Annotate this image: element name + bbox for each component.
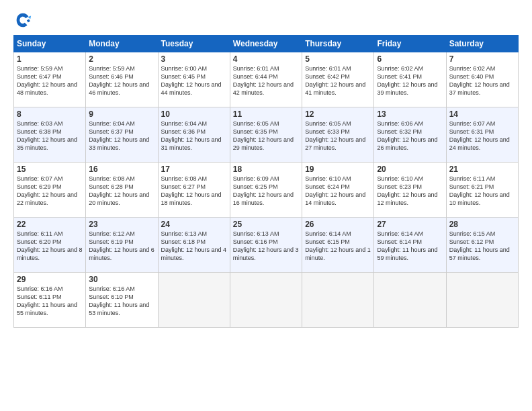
day-info: Sunrise: 6:16 AMSunset: 6:11 PMDaylight:… [17,285,83,318]
day-cell: 12Sunrise: 6:05 AMSunset: 6:33 PMDayligh… [302,107,374,163]
day-cell [446,273,518,328]
day-cell: 8Sunrise: 6:03 AMSunset: 6:38 PMDaylight… [14,107,86,163]
day-number: 22 [17,220,83,229]
day-cell: 14Sunrise: 6:07 AMSunset: 6:31 PMDayligh… [446,107,518,163]
day-number: 24 [161,220,227,229]
day-number: 10 [161,109,227,119]
day-cell: 10Sunrise: 6:04 AMSunset: 6:36 PMDayligh… [158,107,230,163]
day-cell: 2Sunrise: 5:59 AMSunset: 6:46 PMDaylight… [86,52,158,107]
day-number: 13 [377,109,443,119]
week-row-2: 8Sunrise: 6:03 AMSunset: 6:38 PMDaylight… [14,107,519,163]
day-cell: 15Sunrise: 6:07 AMSunset: 6:29 PMDayligh… [14,163,86,218]
day-number: 21 [449,165,515,174]
day-cell: 4Sunrise: 6:01 AMSunset: 6:44 PMDaylight… [230,52,302,107]
day-cell: 5Sunrise: 6:01 AMSunset: 6:42 PMDaylight… [302,52,374,107]
week-row-3: 15Sunrise: 6:07 AMSunset: 6:29 PMDayligh… [14,163,519,218]
day-number: 18 [233,165,299,174]
day-cell: 7Sunrise: 6:02 AMSunset: 6:40 PMDaylight… [446,52,518,107]
day-info: Sunrise: 6:04 AMSunset: 6:37 PMDaylight:… [89,120,154,152]
day-info: Sunrise: 6:15 AMSunset: 6:12 PMDaylight:… [449,230,515,263]
day-info: Sunrise: 6:07 AMSunset: 6:31 PMDaylight:… [449,120,515,152]
day-cell: 21Sunrise: 6:11 AMSunset: 6:21 PMDayligh… [446,163,518,218]
day-number: 11 [233,109,299,119]
day-info: Sunrise: 6:08 AMSunset: 6:27 PMDaylight:… [161,175,227,208]
day-info: Sunrise: 6:01 AMSunset: 6:44 PMDaylight:… [233,64,299,97]
day-cell: 9Sunrise: 6:04 AMSunset: 6:37 PMDaylight… [86,107,158,163]
day-number: 12 [305,109,371,119]
day-info: Sunrise: 6:13 AMSunset: 6:18 PMDaylight:… [161,230,227,263]
day-number: 7 [449,54,515,64]
day-cell: 11Sunrise: 6:05 AMSunset: 6:35 PMDayligh… [230,107,302,163]
day-number: 17 [161,165,227,174]
day-number: 3 [161,54,227,64]
day-info: Sunrise: 6:16 AMSunset: 6:10 PMDaylight:… [89,285,154,318]
day-cell: 20Sunrise: 6:10 AMSunset: 6:23 PMDayligh… [374,163,446,218]
day-cell: 22Sunrise: 6:11 AMSunset: 6:20 PMDayligh… [14,218,86,273]
logo-icon [13,11,32,30]
day-number: 28 [449,220,515,229]
day-number: 4 [233,54,299,64]
day-cell: 3Sunrise: 6:00 AMSunset: 6:45 PMDaylight… [158,52,230,107]
day-number: 1 [17,54,83,64]
day-cell: 24Sunrise: 6:13 AMSunset: 6:18 PMDayligh… [158,218,230,273]
day-info: Sunrise: 6:08 AMSunset: 6:28 PMDaylight:… [89,175,154,208]
day-info: Sunrise: 6:04 AMSunset: 6:36 PMDaylight:… [161,120,227,152]
header-wednesday: Wednesday [230,36,302,52]
header-saturday: Saturday [446,36,518,52]
day-info: Sunrise: 6:05 AMSunset: 6:33 PMDaylight:… [305,120,371,152]
page: SundayMondayTuesdayWednesdayThursdayFrid… [0,0,532,411]
day-number: 16 [89,165,154,174]
day-info: Sunrise: 6:10 AMSunset: 6:23 PMDaylight:… [377,175,443,208]
day-number: 25 [233,220,299,229]
day-info: Sunrise: 6:13 AMSunset: 6:16 PMDaylight:… [233,230,299,263]
day-number: 30 [89,275,154,284]
day-info: Sunrise: 6:14 AMSunset: 6:15 PMDaylight:… [305,230,371,263]
day-number: 27 [377,220,443,229]
day-info: Sunrise: 6:09 AMSunset: 6:25 PMDaylight:… [233,175,299,208]
day-info: Sunrise: 5:59 AMSunset: 6:46 PMDaylight:… [89,64,154,97]
day-number: 9 [89,109,154,119]
day-number: 15 [17,165,83,174]
day-info: Sunrise: 6:07 AMSunset: 6:29 PMDaylight:… [17,175,83,208]
header-thursday: Thursday [302,36,374,52]
day-cell: 13Sunrise: 6:06 AMSunset: 6:32 PMDayligh… [374,107,446,163]
day-cell: 19Sunrise: 6:10 AMSunset: 6:24 PMDayligh… [302,163,374,218]
week-row-1: 1Sunrise: 5:59 AMSunset: 6:47 PMDaylight… [14,52,519,107]
day-cell: 18Sunrise: 6:09 AMSunset: 6:25 PMDayligh… [230,163,302,218]
header-row: SundayMondayTuesdayWednesdayThursdayFrid… [14,36,519,52]
day-number: 23 [89,220,154,229]
day-cell [374,273,446,328]
day-info: Sunrise: 6:11 AMSunset: 6:21 PMDaylight:… [449,175,515,208]
day-info: Sunrise: 6:02 AMSunset: 6:41 PMDaylight:… [377,64,443,97]
day-cell: 29Sunrise: 6:16 AMSunset: 6:11 PMDayligh… [14,273,86,328]
day-cell: 25Sunrise: 6:13 AMSunset: 6:16 PMDayligh… [230,218,302,273]
day-cell: 6Sunrise: 6:02 AMSunset: 6:41 PMDaylight… [374,52,446,107]
day-cell: 27Sunrise: 6:14 AMSunset: 6:14 PMDayligh… [374,218,446,273]
calendar: SundayMondayTuesdayWednesdayThursdayFrid… [13,35,519,328]
day-number: 14 [449,109,515,119]
header [13,11,519,30]
day-number: 19 [305,165,371,174]
day-info: Sunrise: 6:14 AMSunset: 6:14 PMDaylight:… [377,230,443,263]
day-info: Sunrise: 6:06 AMSunset: 6:32 PMDaylight:… [377,120,443,152]
day-cell: 23Sunrise: 6:12 AMSunset: 6:19 PMDayligh… [86,218,158,273]
logo [13,11,34,30]
day-info: Sunrise: 5:59 AMSunset: 6:47 PMDaylight:… [17,64,83,97]
day-number: 29 [17,275,83,284]
day-info: Sunrise: 6:12 AMSunset: 6:19 PMDaylight:… [89,230,154,263]
day-number: 6 [377,54,443,64]
day-cell: 1Sunrise: 5:59 AMSunset: 6:47 PMDaylight… [14,52,86,107]
day-number: 20 [377,165,443,174]
header-monday: Monday [86,36,158,52]
day-info: Sunrise: 6:05 AMSunset: 6:35 PMDaylight:… [233,120,299,152]
day-number: 5 [305,54,371,64]
header-friday: Friday [374,36,446,52]
day-info: Sunrise: 6:03 AMSunset: 6:38 PMDaylight:… [17,120,83,152]
day-cell: 16Sunrise: 6:08 AMSunset: 6:28 PMDayligh… [86,163,158,218]
header-sunday: Sunday [14,36,86,52]
day-cell: 17Sunrise: 6:08 AMSunset: 6:27 PMDayligh… [158,163,230,218]
day-info: Sunrise: 6:01 AMSunset: 6:42 PMDaylight:… [305,64,371,97]
day-cell: 28Sunrise: 6:15 AMSunset: 6:12 PMDayligh… [446,218,518,273]
week-row-5: 29Sunrise: 6:16 AMSunset: 6:11 PMDayligh… [14,273,519,328]
day-cell [302,273,374,328]
